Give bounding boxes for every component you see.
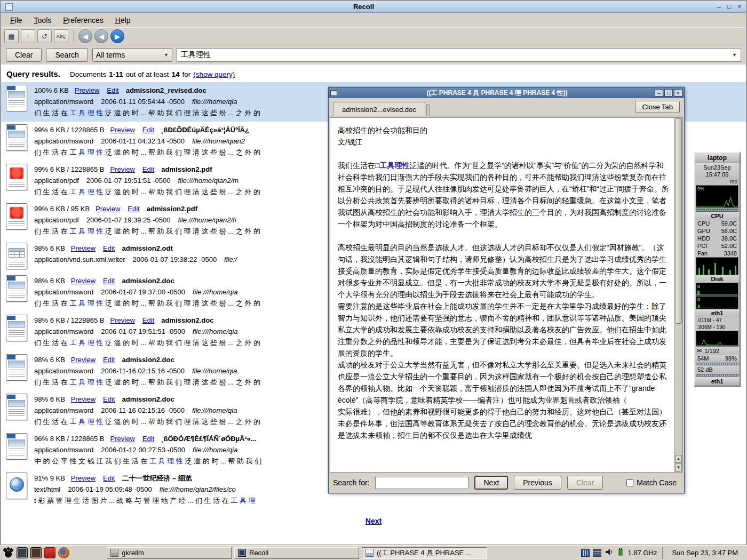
preview-link[interactable]: Preview — [110, 316, 135, 324]
preview-close-icon[interactable]: × — [674, 89, 682, 97]
history-icon[interactable]: ↺ — [37, 29, 52, 43]
result-snippet: 们 生 活 在 工 具 理 性 泛 滥 的 时 ... 帮 助 我 们 理 清 … — [34, 147, 260, 158]
pdf-file-icon — [6, 203, 27, 230]
gkrellm-task-icon — [110, 549, 118, 557]
chevron-down-icon: ▼ — [164, 52, 169, 58]
disk-section-label: Disk — [695, 275, 740, 283]
result-snippet: 们 生 活 在 工 具 理 性 泛 滥 的 时 ... 帮 助 我 们 理 清 … — [34, 107, 260, 118]
history-dropdown-icon[interactable]: ▼ — [732, 52, 737, 58]
find-input[interactable] — [375, 477, 468, 489]
edit-link[interactable]: Edit — [142, 316, 154, 324]
preview-link[interactable]: Preview — [71, 395, 96, 403]
next-page-link[interactable]: Next — [365, 517, 382, 525]
edit-link[interactable]: Edit — [103, 395, 115, 403]
close-icon[interactable]: × — [735, 3, 744, 11]
minimize-icon[interactable]: – — [714, 3, 724, 11]
find-next-button[interactable]: Next — [474, 476, 508, 490]
search-mode-combo[interactable]: All terms ▼ — [92, 48, 172, 62]
preview-link[interactable]: Preview — [71, 356, 96, 364]
firefox-launcher-icon[interactable] — [58, 547, 69, 558]
search-mode-value: All terms — [96, 51, 125, 59]
result-relevance-size: 98% 6 KB — [34, 356, 65, 364]
editor-launcher-icon[interactable] — [44, 547, 55, 558]
titlebar[interactable]: Recoll – □ × — [1, 1, 746, 13]
maximize-icon[interactable]: □ — [725, 3, 734, 11]
speaker-icon[interactable] — [605, 548, 614, 558]
taskbar-task-recoll[interactable]: Recoll — [234, 547, 359, 559]
result-details: application/msword2006-01-07 19:51:51 -0… — [34, 326, 260, 337]
prev-page-icon[interactable]: ◀ — [94, 29, 108, 43]
menu-preferences[interactable]: Preferences — [58, 14, 108, 27]
edit-link[interactable]: Edit — [142, 165, 154, 173]
menu-tools[interactable]: Tools — [29, 14, 57, 27]
edit-link[interactable]: Edit — [128, 205, 139, 213]
doc-file-icon — [6, 354, 27, 381]
search-input[interactable]: 工具理性 ▼ — [177, 48, 741, 62]
edit-link[interactable]: Edit — [103, 277, 115, 285]
terminal2-launcher-icon[interactable] — [30, 547, 42, 558]
preview-link[interactable]: Preview — [96, 205, 120, 213]
disk-write-chart: 0 — [696, 296, 738, 309]
app-menu-icon[interactable] — [3, 547, 14, 558]
preview-titlebar[interactable]: ((工 PHRASE 4 具 PHRASE 4 理 PHRASE 4 性)) –… — [329, 87, 684, 98]
first-page-icon[interactable]: ◀ — [78, 29, 92, 43]
gkrellm-corner-label: mo — [695, 179, 740, 185]
preview-tab[interactable]: admission2...evised.doc — [333, 102, 425, 116]
result-details: application/msword2006-11-16 02:15:16 -0… — [34, 365, 260, 377]
result-filename: admission2.pdf — [161, 165, 212, 173]
net-tx-value: .906M - 190 — [695, 324, 740, 331]
preview-link[interactable]: Preview — [71, 277, 96, 285]
menu-file[interactable]: File — [5, 14, 27, 27]
mail-row: ✉ 1/192 — [695, 347, 740, 355]
clear-button[interactable]: Clear — [6, 48, 42, 62]
preview-tab-stub — [426, 104, 430, 116]
edit-link[interactable]: Edit — [103, 244, 115, 252]
sensor-row: GPU56.0C — [695, 227, 740, 235]
preview-link[interactable]: Preview — [110, 126, 135, 134]
result-filename: admission2.doc — [122, 356, 174, 364]
result-filename: admission2.doc — [161, 316, 213, 324]
memory-used: 54M — [697, 355, 709, 362]
close-tab-button[interactable]: Close Tab — [635, 101, 680, 113]
scroll-down-icon[interactable]: ▼ — [675, 463, 682, 471]
edit-link[interactable]: Edit — [103, 356, 115, 364]
edit-link[interactable]: Edit — [142, 435, 154, 443]
query-details-icon[interactable]: ▦ — [4, 29, 19, 43]
find-previous-button[interactable]: Previous — [514, 476, 561, 490]
menubar: File Tools Preferences Help — [1, 13, 746, 27]
preview-link[interactable]: Preview — [71, 244, 96, 252]
edit-link[interactable]: Edit — [142, 126, 154, 134]
edit-link[interactable]: Edit — [107, 86, 118, 94]
edit-link[interactable]: Edit — [103, 474, 115, 482]
highlighted-term: 工 具 理 — [231, 497, 255, 505]
preview-paragraph: 需要注意的是这些毕业后在社会上能成功发展的学生并不一定是在大学里学习成绩最好的学… — [338, 300, 670, 359]
preview-paragraph: 文/钱江 — [338, 136, 670, 148]
preview-link[interactable]: Preview — [110, 435, 135, 443]
taskbar-task-gkrellm[interactable]: gkrellm — [107, 547, 232, 559]
battery-icon[interactable] — [617, 548, 624, 558]
cpu-chart: 0% — [696, 185, 738, 209]
show-query-link[interactable]: (show query) — [193, 70, 235, 78]
preview-link[interactable]: Preview — [71, 474, 96, 482]
menu-help[interactable]: Help — [110, 14, 136, 27]
display-settings-icon[interactable] — [593, 549, 601, 557]
gkrellm-time: 15:47 05 — [695, 171, 740, 178]
preview-window-icon — [330, 90, 337, 96]
results-range: 1-11 — [109, 70, 123, 78]
search-button[interactable]: Search — [46, 48, 88, 62]
sort-icon[interactable]: ↑ — [21, 29, 35, 43]
preview-link[interactable]: Preview — [75, 86, 99, 94]
terminal-launcher-icon[interactable] — [17, 547, 28, 558]
keyboard-layout-icon[interactable] — [581, 549, 590, 557]
preview-minimize-icon[interactable]: – — [655, 89, 663, 97]
taskbar-task-preview[interactable]: ((工 PHRASE 4 具 PHRASE ... — [362, 547, 487, 559]
term-explorer-icon[interactable]: ÂbÇ — [54, 29, 68, 43]
preview-maximize-icon[interactable]: □ — [664, 89, 673, 97]
next-page-icon[interactable]: ▶ — [110, 29, 124, 43]
scroll-up-icon[interactable]: ▲ — [675, 455, 682, 463]
preview-scrollbar[interactable]: ▲ ▼ — [674, 118, 682, 472]
scrollbar-thumb[interactable] — [675, 118, 682, 324]
preview-link[interactable]: Preview — [110, 165, 135, 173]
doc-file-icon — [6, 315, 27, 341]
match-case-checkbox[interactable] — [626, 479, 633, 486]
